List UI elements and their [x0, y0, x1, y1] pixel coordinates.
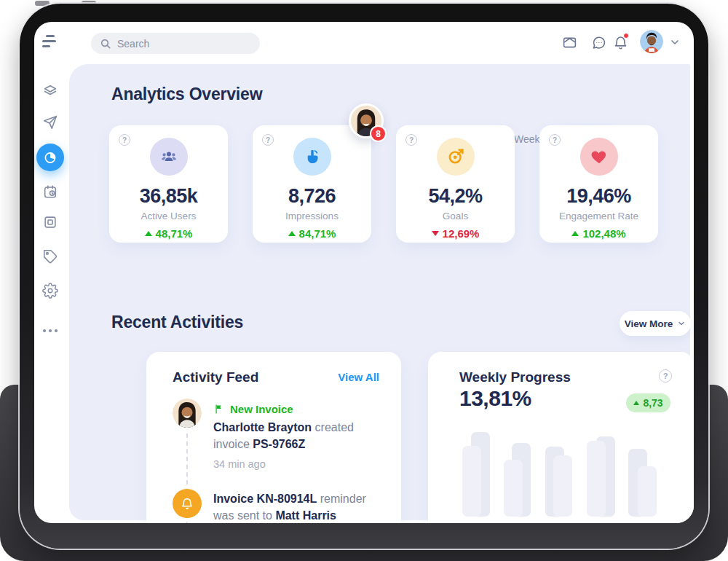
- sidebar-item-more[interactable]: [36, 317, 64, 345]
- feed-text: Charlotte Brayton created invoice PS-976…: [213, 419, 381, 452]
- menu-icon[interactable]: [41, 34, 60, 50]
- stat-label: Impressions: [253, 211, 371, 221]
- avatar-charlotte: [173, 399, 202, 428]
- bar-front: [638, 466, 657, 517]
- bar-group: 83%: [504, 429, 533, 517]
- timeline: [186, 522, 188, 523]
- stat-value: 19,46%: [539, 185, 658, 208]
- help-icon[interactable]: ?: [119, 134, 130, 146]
- stat-card-active-users: ? 36,85k Active Users 48,71%: [109, 125, 228, 243]
- trend-arrow-icon: [432, 231, 439, 236]
- stat-card-goals: ? 54,2% Goals 12,69%: [396, 125, 515, 243]
- notification-dot: [623, 33, 629, 39]
- stat-change: 84,71%: [253, 227, 371, 240]
- chat-icon[interactable]: [588, 32, 609, 52]
- page: Analytics Overview Weekly Monthly Yearly…: [0, 0, 728, 561]
- timeline: [186, 434, 188, 484]
- target-icon: [437, 138, 475, 176]
- stat-change: 48,71%: [109, 227, 228, 240]
- activity-feed-card: Activity Feed View All: [146, 352, 401, 523]
- sidebar-item-analytics[interactable]: [36, 144, 64, 171]
- bar-group: 62%: [628, 429, 657, 517]
- sidebar-item-tag[interactable]: [36, 243, 64, 270]
- sidebar-item-settings[interactable]: [36, 277, 64, 305]
- stat-label: Goals: [396, 211, 515, 221]
- page-title: Analytics Overview: [111, 85, 262, 104]
- trend-arrow-icon: [145, 231, 152, 236]
- bell-icon[interactable]: [610, 32, 630, 52]
- search-bar[interactable]: [91, 33, 260, 54]
- bar-front: [587, 441, 606, 517]
- feed-text: Invoice KN-80914L reminder was sent to M…: [213, 490, 381, 523]
- notification-count-badge: 8: [370, 125, 387, 142]
- stat-change: 102,48%: [539, 227, 658, 240]
- bar-group: 91%: [462, 429, 491, 517]
- mail-icon[interactable]: [559, 32, 579, 52]
- sidebar-item-calendar[interactable]: [36, 178, 64, 205]
- bar-group: 88%: [587, 429, 616, 517]
- more-dots-icon: [43, 329, 58, 332]
- view-all-link[interactable]: View All: [338, 371, 379, 383]
- stat-value: 8,726: [253, 185, 371, 208]
- bar-front: [504, 460, 523, 517]
- users-icon: [150, 138, 188, 176]
- bar-group: 76%: [545, 429, 574, 517]
- tap-icon: [293, 138, 331, 176]
- stat-change: 12,69%: [396, 227, 515, 240]
- stat-label: Engagement Rate: [539, 211, 658, 221]
- stat-card-impressions: ? 8,726 Impressions 84,71%: [253, 125, 371, 243]
- search-icon: [100, 38, 111, 50]
- help-icon[interactable]: ?: [549, 134, 561, 146]
- flag-icon: [213, 404, 224, 415]
- avatar-man: [640, 30, 663, 53]
- help-icon[interactable]: ?: [405, 134, 417, 146]
- search-input[interactable]: [117, 38, 251, 50]
- view-more-button[interactable]: View More: [620, 311, 691, 336]
- bar-chart: 91%83%76%88%62%: [428, 352, 694, 523]
- bar-front: [553, 455, 572, 517]
- bar-front: [462, 446, 481, 517]
- reminder-bell-icon: [173, 489, 202, 518]
- chevron-down-icon[interactable]: [669, 36, 681, 51]
- trend-arrow-icon: [288, 231, 296, 236]
- chevron-down-icon: [677, 319, 686, 328]
- card-title: Activity Feed: [173, 369, 258, 385]
- feed-time: 34 min ago: [213, 458, 266, 470]
- stat-label: Active Users: [109, 211, 228, 221]
- sidebar-item-frame[interactable]: [36, 208, 64, 236]
- weekly-progress-card: Weekly Progress ? 13,81% 8,73 91%83%76%8…: [428, 352, 694, 523]
- stat-value: 54,2%: [396, 185, 515, 208]
- trend-arrow-icon: [571, 231, 579, 236]
- user-avatar[interactable]: [640, 30, 663, 53]
- sidebar-item-layers[interactable]: [36, 77, 64, 105]
- stat-value: 36,85k: [109, 185, 228, 208]
- section-title: Recent Activities: [111, 313, 243, 332]
- heart-icon: [580, 138, 618, 176]
- stat-card-engagement: ? 19,46% Engagement Rate 102,48%: [539, 125, 658, 243]
- help-icon[interactable]: ?: [262, 134, 274, 146]
- screen: Analytics Overview Weekly Monthly Yearly…: [34, 22, 694, 523]
- feed-tag: New Invoice: [213, 403, 293, 415]
- sidebar-item-send[interactable]: [36, 109, 64, 136]
